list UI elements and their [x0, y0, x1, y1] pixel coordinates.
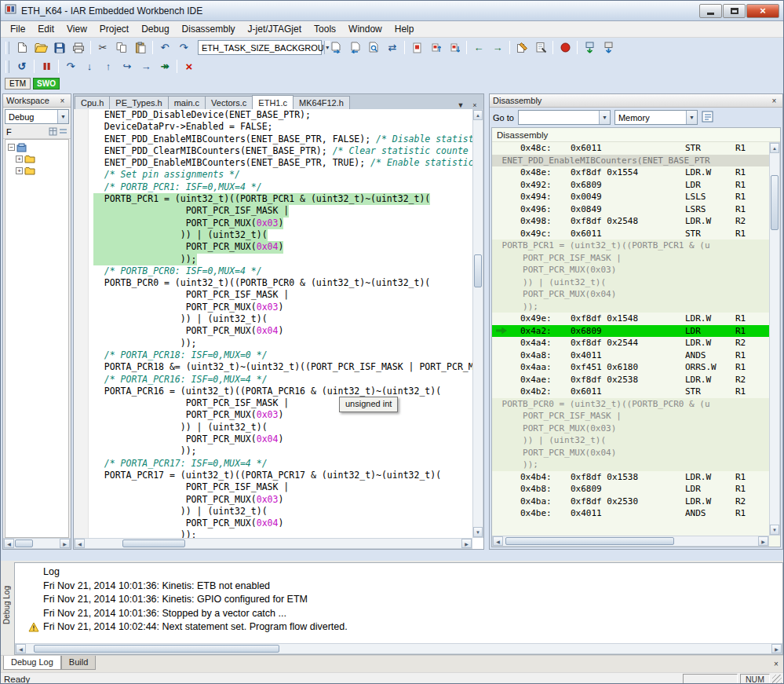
- tab-main-c[interactable]: main.c: [168, 96, 206, 109]
- new-document-button[interactable]: [13, 39, 31, 56]
- tree-node-folder[interactable]: +: [5, 153, 68, 165]
- maximize-button[interactable]: [723, 4, 746, 18]
- scroll-up-icon[interactable]: ▲: [473, 110, 483, 120]
- collapse-icon[interactable]: −: [8, 144, 15, 151]
- code-editor[interactable]: ENET_PDD_DisableDevice(ENET_BASE_PTR); D…: [74, 109, 483, 549]
- log-hscrollbar[interactable]: ◀ ▶: [15, 643, 782, 654]
- toolbar-grip[interactable]: [5, 42, 9, 54]
- menu-debug[interactable]: Debug: [135, 22, 175, 36]
- break-button[interactable]: [37, 58, 56, 75]
- tab-list-icon[interactable]: ▼: [455, 101, 466, 109]
- bottom-tab-build[interactable]: Build: [61, 656, 96, 670]
- scroll-left-icon[interactable]: ◀: [16, 644, 26, 653]
- go-button[interactable]: ↠: [155, 58, 174, 75]
- find-combo[interactable]: ETH_TASK_SIZE_BACKGROU ▼: [198, 40, 322, 55]
- chevron-down-icon[interactable]: ▼: [686, 111, 697, 124]
- scroll-down-icon[interactable]: ▼: [473, 527, 483, 537]
- download-and-debug-button[interactable]: [580, 39, 599, 56]
- print-button[interactable]: [69, 39, 88, 56]
- editor-hscrollbar[interactable]: ◀ ▶: [74, 538, 472, 549]
- workspace-config-select[interactable]: Debug ▼: [5, 109, 69, 124]
- resize-grip-icon[interactable]: [772, 675, 782, 684]
- scroll-right-icon[interactable]: ▶: [60, 539, 70, 548]
- scroll-right-icon[interactable]: ▶: [771, 644, 782, 653]
- tab-eth1-c[interactable]: ETH1.c: [252, 95, 294, 109]
- toggle-breakpoint-button[interactable]: [556, 39, 574, 56]
- workspace-hscrollbar[interactable]: ◀ ▶: [3, 538, 71, 549]
- previous-bookmark-button[interactable]: [426, 39, 445, 56]
- log-view[interactable]: Log Fri Nov 21, 2014 10:01:36: Kinetis: …: [14, 562, 783, 655]
- tab-pe-types-h[interactable]: PE_Types.h: [109, 96, 168, 109]
- toolbar-grip[interactable]: [5, 60, 9, 73]
- scroll-up-icon[interactable]: ▲: [770, 143, 779, 153]
- next-bookmark-button[interactable]: [445, 39, 464, 56]
- menu-project[interactable]: Project: [93, 22, 135, 36]
- breakpoint-gutter[interactable]: [74, 109, 89, 549]
- copy-button[interactable]: [112, 39, 131, 56]
- disassembly-vscrollbar[interactable]: ▲ ▼: [769, 142, 780, 536]
- scroll-right-icon[interactable]: ▶: [758, 536, 768, 546]
- run-to-cursor-button[interactable]: →: [137, 58, 155, 75]
- find-in-files-button[interactable]: [364, 39, 383, 56]
- tree-node-folder[interactable]: +: [5, 165, 68, 177]
- find-previous-button[interactable]: [345, 39, 364, 56]
- log-panel-close-button[interactable]: ×: [771, 658, 782, 669]
- editor-vscrollbar[interactable]: ▲ ▼: [472, 109, 483, 538]
- reset-button[interactable]: ↺: [13, 58, 31, 75]
- goto-combo[interactable]: ▼: [518, 110, 611, 125]
- tab-cpu-h[interactable]: Cpu.h: [75, 96, 110, 109]
- save-button[interactable]: [50, 39, 69, 56]
- chevron-down-icon[interactable]: ▼: [599, 111, 610, 124]
- chevron-down-icon[interactable]: ▼: [57, 110, 68, 123]
- menu-file[interactable]: File: [4, 22, 31, 36]
- redo-button[interactable]: ↷: [174, 39, 193, 56]
- navigate-forward-button[interactable]: →: [488, 39, 507, 56]
- compile-button[interactable]: [531, 39, 550, 56]
- minimize-button[interactable]: [699, 4, 722, 18]
- etm-indicator[interactable]: ETM: [5, 78, 31, 90]
- tree-node-project[interactable]: −: [5, 141, 68, 153]
- disassembly-hscrollbar[interactable]: ◀ ▶: [492, 536, 769, 547]
- scroll-left-icon[interactable]: ◀: [75, 539, 85, 548]
- disassembly-close-button[interactable]: ×: [769, 96, 779, 106]
- menu-edit[interactable]: Edit: [31, 22, 60, 36]
- titlebar[interactable]: ETH_K64 - IAR Embedded Workbench IDE ×: [1, 1, 783, 21]
- tab-mk64f12-h[interactable]: MK64F12.h: [293, 96, 350, 109]
- editor-close-icon[interactable]: ×: [469, 101, 480, 109]
- expand-icon[interactable]: +: [16, 155, 23, 163]
- show-code-button[interactable]: [702, 111, 714, 125]
- disassembly-view[interactable]: Disassembly 0x48c:0x6011STRR1 ENET_PDD_E…: [491, 127, 781, 547]
- close-button[interactable]: ×: [746, 4, 779, 18]
- scroll-left-icon[interactable]: ◀: [493, 536, 503, 546]
- menu-j-jet-jtagjet[interactable]: J-jet/JTAGjet: [242, 22, 308, 36]
- make-button[interactable]: [512, 39, 531, 56]
- tab-vectors-c[interactable]: Vectors.c: [205, 96, 253, 109]
- open-file-button[interactable]: [31, 39, 50, 56]
- menu-help[interactable]: Help: [388, 22, 421, 36]
- bottom-tab-debug-log[interactable]: Debug Log: [3, 656, 61, 670]
- navigate-backward-button[interactable]: ←: [469, 39, 488, 56]
- cut-button[interactable]: ✂: [93, 39, 112, 56]
- toggle-bookmark-button[interactable]: [407, 39, 426, 56]
- step-into-button[interactable]: ↓: [80, 58, 99, 75]
- stop-debugging-button[interactable]: ×: [180, 58, 199, 75]
- replace-button[interactable]: ⇄: [383, 39, 402, 56]
- undo-button[interactable]: ↶: [155, 39, 174, 56]
- workspace-close-button[interactable]: ×: [57, 96, 67, 106]
- menu-window[interactable]: Window: [342, 22, 388, 36]
- column-icon[interactable]: [49, 127, 57, 137]
- scroll-right-icon[interactable]: ▶: [461, 539, 472, 548]
- view-mode-combo[interactable]: Memory ▼: [614, 110, 698, 125]
- debug-without-downloading-button[interactable]: [599, 39, 618, 56]
- menu-tools[interactable]: Tools: [308, 22, 342, 36]
- scroll-down-icon[interactable]: ▼: [770, 525, 779, 535]
- menu-view[interactable]: View: [60, 22, 93, 36]
- menu-disassembly[interactable]: Disassembly: [176, 22, 242, 36]
- grid-icon[interactable]: [59, 127, 67, 137]
- expand-icon[interactable]: +: [16, 167, 23, 174]
- scroll-left-icon[interactable]: ◀: [4, 539, 14, 548]
- log-side-tab[interactable]: Debug Log: [2, 586, 11, 624]
- swo-indicator[interactable]: SWO: [33, 78, 60, 90]
- workspace-tree[interactable]: −++: [5, 139, 69, 538]
- paste-button[interactable]: [131, 39, 150, 56]
